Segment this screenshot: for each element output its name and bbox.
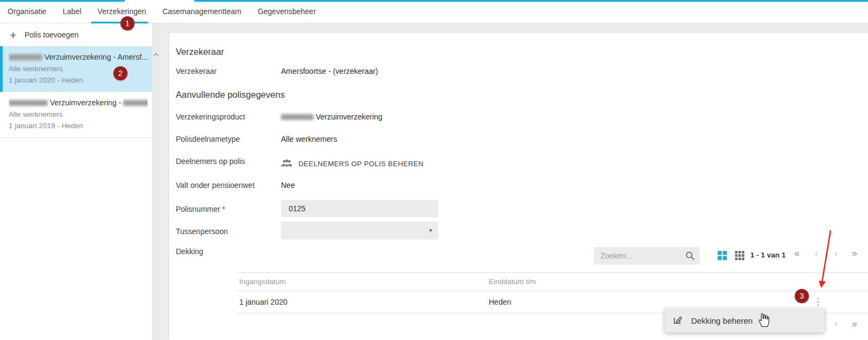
annotation-badge-2: 2 — [113, 66, 127, 80]
next-page-icon-bottom[interactable]: › — [834, 318, 838, 329]
field-label-verzekeraar: Verzekeraar — [176, 67, 216, 75]
manage-participants-label: DEELNEMERS OP POLIS BEHEREN — [298, 160, 424, 168]
coverage-table-header: Ingangsdatum Einddatum t/m — [237, 272, 868, 291]
redacted-text — [9, 54, 42, 60]
policy-number-input[interactable] — [281, 200, 438, 217]
field-label-deelnemers: Deelnemers op polis — [176, 157, 245, 166]
field-label-tussenpersoon: Tussenpersoon — [176, 227, 228, 236]
annotation-badge-1: 1 — [120, 16, 135, 30]
policy-list-item-selected[interactable]: Verzuimverzekering - Amersf... Alle werk… — [0, 46, 152, 92]
annotation-badge-3: 3 — [795, 289, 809, 303]
policy-sidebar: + Polis toevoegen Verzuimverzekering - A… — [0, 23, 152, 340]
tab-organisatie[interactable]: Organisatie — [7, 0, 48, 23]
search-input[interactable] — [594, 247, 681, 265]
top-accent-line-right — [194, 0, 868, 2]
intermediary-select[interactable]: ▾ — [281, 222, 438, 240]
field-label-dekking: Dekking — [176, 247, 203, 256]
column-header-ingangsdatum[interactable]: Ingangsdatum — [237, 278, 489, 286]
last-page-icon[interactable]: » — [852, 248, 857, 259]
row-menu-kebab-icon[interactable]: ⋮ — [813, 296, 822, 307]
policy-detail-panel: Verzekeraar Verzekeraar Amersfoortse - (… — [169, 33, 868, 340]
first-page-icon[interactable]: « — [794, 248, 800, 259]
field-value-pensioenwet: Nee — [281, 181, 295, 190]
column-header-einddatum[interactable]: Einddatum t/m — [489, 278, 868, 286]
redacted-text — [123, 100, 148, 106]
coverage-table: Ingangsdatum Einddatum t/m 1 januari 202… — [237, 272, 868, 313]
field-value-polisdeelnametype: Alle werknemers — [281, 135, 337, 143]
redacted-text — [281, 114, 314, 120]
search-icon[interactable] — [685, 251, 695, 263]
policy-title: Verzuimverzekering - — [50, 98, 122, 107]
field-label-polisnummer: Polisnummer * — [176, 205, 225, 213]
tab-casemanagementteam[interactable]: Casemanagementteam — [161, 0, 242, 23]
edit-icon — [673, 314, 683, 327]
section-title-verzekeraar: Verzekeraar — [176, 47, 224, 57]
chevron-up-icon[interactable] — [153, 49, 159, 59]
field-value-verzekeraar: Amersfoortse - (verzekeraar) — [281, 67, 378, 75]
grid-view-icon[interactable] — [718, 251, 727, 260]
previous-page-icon[interactable]: ‹ — [815, 248, 818, 259]
group-icon — [281, 159, 292, 168]
add-policy-label: Polis toevoegen — [24, 30, 79, 39]
policy-list-item[interactable]: Verzuimverzekering - Alle werknemers 1 j… — [0, 92, 152, 138]
sidebar-scrollbar[interactable] — [152, 23, 160, 340]
coverage-search — [594, 247, 700, 265]
cell-einddatum: Heden — [489, 298, 868, 306]
top-accent-line-left — [0, 0, 125, 2]
tab-label[interactable]: Label — [62, 0, 82, 23]
table-view-icon[interactable] — [735, 251, 744, 260]
cell-ingangsdatum: 1 januari 2020 — [237, 298, 489, 306]
pagination-range: 1 - 1 van 1 — [750, 251, 786, 259]
field-value-verzekeringsproduct: Verzuimverzekering — [281, 112, 382, 121]
policy-title: Verzuimverzekering - Amersf... — [44, 53, 148, 61]
policy-period: 1 januari 2019 - Heden — [9, 120, 148, 131]
field-label-polisdeelnametype: Polisdeelnametype — [176, 135, 240, 143]
redacted-text — [9, 100, 48, 106]
menu-item-dekking-beheren[interactable]: Dekking beheren — [691, 316, 752, 325]
plus-icon: + — [10, 29, 16, 41]
manage-participants-button[interactable]: DEELNEMERS OP POLIS BEHEREN — [277, 155, 428, 172]
tab-gegevensbeheer[interactable]: Gegevensbeheer — [257, 0, 317, 23]
section-title-polisgegevens: Aanvullende polisgegevens — [176, 90, 285, 100]
next-page-icon[interactable]: › — [834, 248, 838, 259]
chevron-down-icon: ▾ — [429, 226, 432, 234]
last-page-icon-bottom[interactable]: » — [852, 318, 857, 329]
row-context-menu: Dekking beheren — [665, 308, 825, 332]
field-label-verzekeringsproduct: Verzekeringsproduct — [176, 112, 245, 121]
panel-gutter — [160, 33, 169, 340]
policy-participation: Alle werknemers — [9, 109, 148, 120]
field-label-pensioenwet: Valt onder pensioenwet — [176, 181, 254, 190]
